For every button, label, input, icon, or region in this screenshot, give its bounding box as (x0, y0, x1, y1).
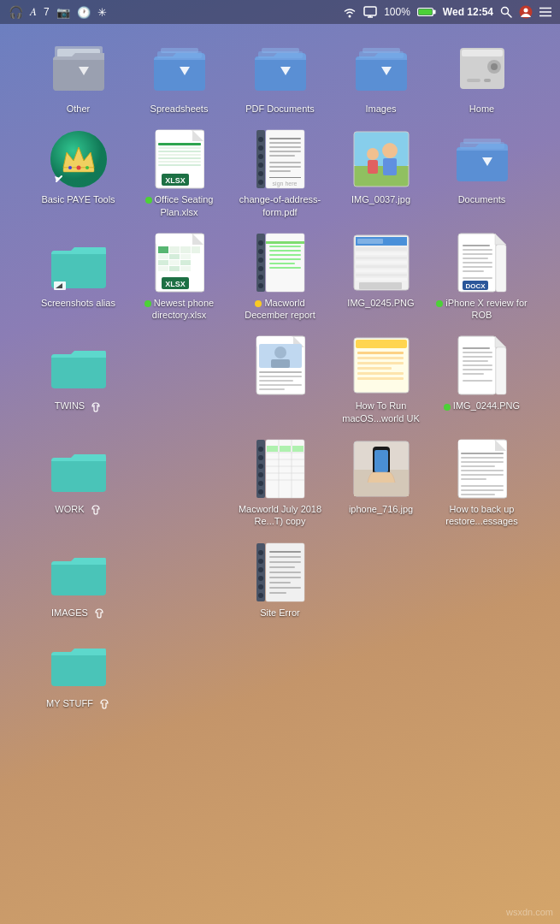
status-dot-office-seating (145, 197, 152, 204)
icon-iphone-review-2[interactable]: IMG_0244.PNG (432, 328, 533, 418)
icon-site-error[interactable]: Site Error (230, 535, 331, 625)
svg-rect-160 (357, 352, 404, 354)
wifi-icon[interactable] (343, 7, 357, 18)
svg-point-107 (258, 240, 263, 246)
icon-work[interactable]: WORK (28, 431, 129, 522)
icon-images[interactable]: Images (331, 31, 432, 121)
icon-home[interactable]: Home (432, 31, 533, 121)
icon-macworld-dec[interactable]: Macworld December report (230, 225, 331, 329)
svg-rect-50 (158, 157, 201, 159)
svg-text:XLSX: XLSX (165, 176, 186, 185)
svg-rect-25 (262, 48, 299, 53)
icon-iphone-review-1[interactable]: DOCX iPhone X review for ROB (432, 225, 533, 329)
svg-rect-230 (269, 587, 301, 589)
svg-text:sign here: sign here (272, 181, 297, 187)
svg-rect-195 (292, 446, 304, 452)
icon-documents[interactable]: Documents (432, 121, 533, 212)
svg-point-0 (349, 15, 351, 17)
svg-rect-165 (357, 377, 404, 380)
svg-rect-193 (267, 446, 278, 452)
svg-rect-47 (158, 147, 201, 149)
svg-rect-131 (356, 278, 407, 281)
icon-images-folder[interactable]: IMAGES (28, 535, 129, 625)
icon-macworld-july[interactable]: Macworld July 2018 Re...T) copy (230, 431, 331, 535)
icon-img-0037[interactable]: IMG_0037.jpg (331, 121, 432, 212)
svg-rect-209 (461, 474, 504, 476)
svg-rect-163 (357, 367, 392, 370)
camera-icon[interactable]: 📷 (56, 6, 70, 19)
icon-my-stuff[interactable]: MY STUFF (28, 625, 129, 716)
list-icon[interactable] (539, 7, 551, 17)
icon-office-seating[interactable]: XLSX Office Seating Plan.xlsx (129, 121, 230, 225)
icon-pdf-documents[interactable]: PDF Documents (230, 31, 331, 121)
svg-point-183 (258, 481, 263, 486)
svg-rect-51 (158, 161, 201, 163)
svg-point-78 (382, 143, 398, 158)
svg-point-33 (491, 63, 498, 70)
svg-rect-101 (158, 266, 168, 271)
icon-img-0037-label: IMG_0037.jpg (351, 193, 410, 205)
icon-site-error-label: Site Error (260, 607, 299, 619)
icon-twins-label: TWINS (55, 400, 103, 412)
menubar: 🎧 𝐴 7 📷 🕐 ✳ 100% Wed 12:54 (0, 0, 560, 24)
icon-spreadsheets[interactable]: Spreadsheets (129, 31, 230, 121)
svg-rect-128 (356, 265, 407, 268)
svg-rect-177 (51, 458, 106, 492)
svg-point-219 (258, 576, 263, 581)
svg-rect-31 (462, 50, 503, 56)
icon-other[interactable]: Other (28, 31, 129, 121)
icon-twins[interactable]: TWINS (28, 328, 129, 418)
svg-rect-224 (269, 556, 301, 558)
svg-rect-207 (461, 465, 495, 467)
svg-rect-118 (269, 258, 301, 260)
svg-point-110 (258, 266, 263, 271)
swift-icon[interactable]: 𝐴 (30, 5, 37, 19)
svg-rect-91 (158, 246, 168, 253)
clock-icon[interactable]: 🕐 (77, 6, 91, 19)
icon-images-folder-label: IMAGES (51, 607, 105, 619)
icon-empty-8 (331, 625, 432, 639)
svg-rect-231 (269, 592, 286, 594)
svg-rect-26 (356, 56, 407, 91)
svg-rect-102 (169, 266, 180, 271)
svg-text:XLSX: XLSX (165, 280, 186, 288)
badge-count: 7 (44, 6, 50, 18)
svg-point-56 (258, 137, 263, 142)
headphones-icon[interactable]: 🎧 (9, 5, 23, 19)
status-dot-newest-phone (144, 300, 151, 307)
asterisk-icon[interactable]: ✳ (97, 6, 107, 19)
icon-change-of-address-label: change-of-address-form.pdf (233, 193, 327, 218)
svg-point-111 (258, 275, 263, 280)
icon-screenshots-alias[interactable]: Screenshots alias (28, 225, 129, 316)
display-icon[interactable] (363, 6, 377, 18)
icon-how-to-back-up[interactable]: How to back up restore...essages (432, 431, 533, 535)
svg-rect-74 (354, 132, 409, 166)
svg-rect-129 (356, 270, 407, 272)
search-icon[interactable] (500, 6, 512, 18)
icon-work-label: WORK (55, 503, 101, 515)
icon-how-to-back-up-label: How to back up restore...essages (435, 503, 529, 528)
icon-img-0244[interactable]: How To Run macOS...world UK (331, 328, 432, 431)
icon-change-of-address[interactable]: sign here change-of-address-form.pdf (230, 121, 331, 225)
svg-point-180 (258, 455, 263, 460)
icon-newest-phone-label: Newest phone directory.xlsx (133, 297, 227, 322)
icon-how-to-run[interactable] (230, 328, 331, 406)
svg-point-217 (258, 559, 263, 564)
svg-point-57 (258, 145, 263, 151)
svg-rect-99 (169, 260, 180, 265)
avatar-icon[interactable] (519, 5, 533, 19)
icon-img-0245[interactable]: IMG_0245.PNG (331, 225, 432, 316)
icon-iphone-716[interactable]: iphone_716.jpg (331, 431, 432, 522)
svg-rect-211 (461, 485, 504, 487)
svg-rect-116 (269, 250, 301, 252)
svg-rect-79 (383, 158, 397, 175)
datetime: Wed 12:54 (443, 6, 493, 18)
icon-macworld-july-label: Macworld July 2018 Re...T) copy (233, 503, 327, 528)
icon-newest-phone[interactable]: XLSX Newest phone directory.xlsx (129, 225, 230, 329)
svg-rect-142 (463, 270, 484, 272)
icon-my-stuff-label: MY STUFF (46, 697, 110, 709)
svg-rect-157 (259, 388, 285, 390)
icon-basic-paye[interactable]: Basic PAYE Tools (28, 121, 129, 212)
svg-rect-226 (269, 566, 295, 568)
icon-basic-paye-label: Basic PAYE Tools (41, 193, 115, 205)
